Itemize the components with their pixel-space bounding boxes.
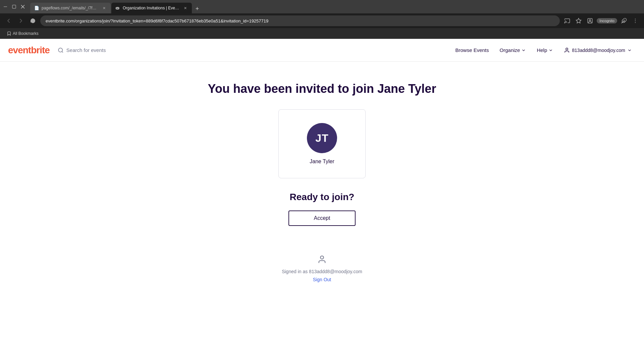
browser-chrome: 📄 pageflows.com/_/emails/_/7fb5... ✕ 🎟 O… xyxy=(0,0,644,39)
svg-point-11 xyxy=(635,20,636,21)
maximize-button[interactable] xyxy=(11,4,17,9)
browser-title-bar: 📄 pageflows.com/_/emails/_/7fb5... ✕ 🎟 O… xyxy=(0,0,644,13)
nav-links: Browse Events Organize Help 813addd8@moo… xyxy=(451,45,636,56)
minimize-button[interactable] xyxy=(3,4,8,9)
browse-events-link[interactable]: Browse Events xyxy=(451,45,493,56)
all-bookmarks[interactable]: All Bookmarks xyxy=(4,31,41,37)
svg-point-12 xyxy=(635,22,636,23)
search-placeholder: Search for events xyxy=(66,47,106,53)
extensions-icon[interactable] xyxy=(619,16,629,25)
organize-chevron-icon xyxy=(521,48,526,53)
svg-rect-1 xyxy=(12,5,16,8)
user-menu-chevron-icon xyxy=(627,48,632,53)
user-menu[interactable]: 813addd8@moodjoy.com xyxy=(560,45,636,56)
org-card: JT Jane Tyler xyxy=(278,109,366,178)
svg-marker-5 xyxy=(576,18,581,23)
browser-toolbar-icons: Incognito xyxy=(562,16,640,25)
organize-link[interactable]: Organize xyxy=(496,45,530,56)
svg-line-14 xyxy=(62,51,63,52)
eventbrite-logo[interactable]: eventbrite xyxy=(8,45,50,56)
reload-button[interactable] xyxy=(28,16,38,25)
browser-address-bar: Incognito xyxy=(0,13,644,28)
signed-in-email: 813addd8@moodjoy.com xyxy=(309,269,362,274)
signed-in-section: Signed in as 813addd8@moodjoy.com Sign O… xyxy=(282,253,362,282)
window-controls xyxy=(3,4,25,9)
svg-point-15 xyxy=(566,48,568,50)
svg-point-4 xyxy=(565,22,565,23)
back-button[interactable] xyxy=(4,16,13,25)
user-email: 813addd8@moodjoy.com xyxy=(572,48,625,53)
search-icon xyxy=(58,47,64,53)
eventbrite-navbar: eventbrite Search for events Browse Even… xyxy=(0,39,644,62)
accept-button[interactable]: Accept xyxy=(288,210,356,226)
user-icon xyxy=(564,47,570,53)
bookmarks-bar: All Bookmarks xyxy=(0,28,644,39)
search-bar[interactable]: Search for events xyxy=(58,47,451,53)
browser-tab-1[interactable]: 📄 pageflows.com/_/emails/_/7fb5... ✕ xyxy=(30,3,111,13)
bookmark-star-icon[interactable] xyxy=(574,16,583,25)
new-tab-button[interactable]: + xyxy=(193,4,202,13)
invitation-title: You have been invited to join Jane Tyler xyxy=(208,82,436,96)
help-chevron-icon xyxy=(548,48,553,53)
svg-point-7 xyxy=(589,19,591,21)
browser-tab-2[interactable]: 🎟 Organization Invitations | Event... ✕ xyxy=(111,3,192,13)
signed-in-user-icon xyxy=(315,253,329,266)
svg-point-16 xyxy=(320,256,323,259)
main-content: You have been invited to join Jane Tyler… xyxy=(0,62,644,362)
help-link[interactable]: Help xyxy=(533,45,557,56)
tab1-close[interactable]: ✕ xyxy=(101,5,107,11)
tab2-favicon: 🎟 xyxy=(115,6,120,10)
svg-rect-0 xyxy=(4,7,7,7)
profile-icon[interactable] xyxy=(585,16,595,25)
signed-in-text: Signed in as 813addd8@moodjoy.com xyxy=(282,269,362,274)
close-button[interactable] xyxy=(20,4,25,9)
sign-out-link[interactable]: Sign Out xyxy=(313,277,331,282)
tab1-favicon: 📄 xyxy=(34,6,39,10)
cast-icon[interactable] xyxy=(562,16,572,25)
menu-icon[interactable] xyxy=(631,16,640,25)
tab2-close[interactable]: ✕ xyxy=(182,5,188,11)
browser-tabs: 📄 pageflows.com/_/emails/_/7fb5... ✕ 🎟 O… xyxy=(30,0,641,13)
org-avatar: JT xyxy=(307,123,337,153)
org-name: Jane Tyler xyxy=(310,159,334,165)
tab2-label: Organization Invitations | Event... xyxy=(123,6,180,10)
incognito-badge: Incognito xyxy=(597,18,617,23)
svg-point-13 xyxy=(58,48,62,52)
tab1-label: pageflows.com/_/emails/_/7fb5... xyxy=(42,6,99,10)
svg-point-10 xyxy=(635,19,636,19)
address-bar-input[interactable] xyxy=(40,15,560,26)
ready-to-join-text: Ready to join? xyxy=(290,192,355,202)
eventbrite-app: eventbrite Search for events Browse Even… xyxy=(0,39,644,362)
forward-button[interactable] xyxy=(16,16,25,25)
